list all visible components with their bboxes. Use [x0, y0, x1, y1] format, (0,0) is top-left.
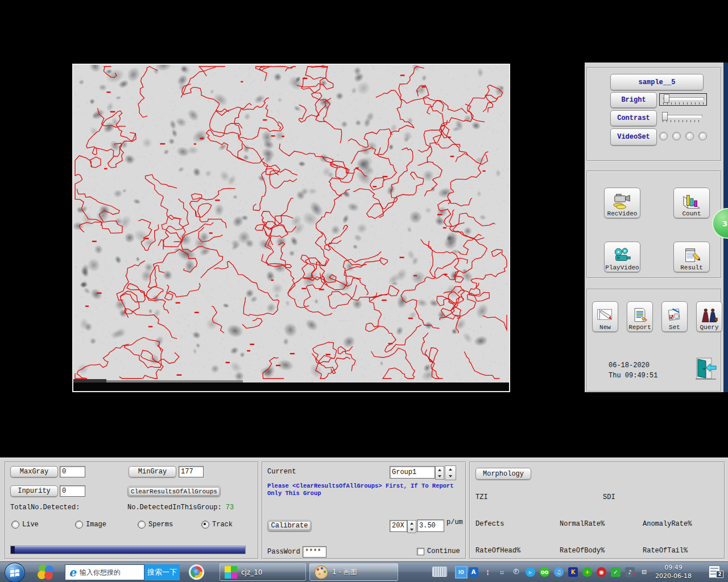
red-security-icon[interactable]: ◉ — [597, 567, 606, 577]
anomaly-rate-label: AnomalyRate% — [643, 520, 692, 528]
videoset-button[interactable]: VideoSet — [610, 128, 657, 146]
inpurity-button[interactable]: Inpurity — [10, 485, 58, 497]
spin-down-icon[interactable] — [436, 473, 444, 479]
stepper-down-icon[interactable] — [445, 473, 456, 480]
green-plus-icon[interactable]: + — [582, 567, 592, 577]
paint-palette-icon — [315, 566, 328, 579]
contrast-button[interactable]: Contrast — [610, 110, 657, 126]
exit-button[interactable] — [694, 357, 717, 383]
bar-chart-icon — [682, 193, 701, 210]
edge-icon: e — [69, 566, 76, 579]
notification-area[interactable]: 2 — [709, 566, 723, 578]
clear-results-button[interactable]: ClearResultsOfAllGroups — [127, 486, 221, 497]
system-tray: A¦▫Ⓕ▹oo♫K+◉✓♪✕⊡ — [469, 567, 649, 577]
start-button[interactable] — [5, 563, 25, 582]
notification-count-badge: 2 — [716, 571, 723, 578]
sdi-label: SDI — [603, 493, 615, 501]
bright-button[interactable]: Bright — [610, 92, 657, 108]
search-placeholder: 输入你想搜的 — [80, 568, 121, 577]
radio-track[interactable]: Track — [201, 521, 233, 529]
group-select-panel: Current Group1 Please <ClearResultsOfAll… — [262, 462, 466, 559]
contrast-slider[interactable] — [659, 111, 705, 123]
calibrate-button[interactable]: Calibrate — [267, 520, 312, 531]
continue-checkbox[interactable] — [417, 548, 424, 555]
ime-io-icon[interactable]: IO — [455, 566, 468, 579]
mingray-button[interactable]: MinGray — [129, 466, 176, 477]
spin-up-icon[interactable] — [436, 467, 444, 473]
maxgray-input[interactable] — [60, 466, 85, 477]
channel-radio-3[interactable] — [685, 132, 694, 140]
result-button[interactable]: Result — [673, 242, 710, 272]
device-sync-icon[interactable]: ▫ — [497, 567, 507, 577]
video-camera-icon — [613, 193, 632, 210]
analysis-panel: MaxGray MinGray Inpurity ClearResultsOfA… — [0, 458, 728, 562]
channel-radio-1[interactable] — [659, 132, 668, 140]
contrast-slider-thumb[interactable] — [662, 112, 668, 120]
group-select[interactable]: Group1 — [390, 466, 435, 479]
search-go-button[interactable]: 搜索一下 — [144, 564, 180, 580]
capture-group: RecVideo Count PlayVideo — [586, 171, 722, 278]
chrome-browser-icon[interactable] — [189, 564, 204, 580]
cjz-app-icon — [225, 566, 237, 579]
scale-unit-label: p/um — [446, 518, 463, 526]
defects-label: Defects — [475, 520, 504, 528]
new-button[interactable]: New — [592, 301, 618, 332]
group-detected-count: 73 — [226, 504, 234, 512]
thermometer-icon[interactable]: ¦ — [483, 567, 493, 577]
paper-plane-icon[interactable]: ▹ — [526, 567, 535, 577]
maxgray-button[interactable]: MaxGray — [10, 466, 58, 477]
wechat-icon[interactable]: oo — [540, 567, 549, 577]
inpurity-input[interactable] — [60, 485, 85, 497]
mag-spin-down-icon[interactable] — [408, 527, 416, 533]
tools-group: New Report Set — [586, 289, 722, 392]
task-button-paint[interactable]: 1 - 画图 — [309, 563, 398, 581]
continue-checkbox-row[interactable]: Continue — [417, 547, 460, 555]
date-label: 06-18-2020 — [609, 361, 650, 369]
control-panel: sample__5 Bright Contrast VideoSet — [585, 63, 723, 392]
bright-slider-thumb[interactable] — [664, 94, 669, 103]
playvideo-button[interactable]: PlayVideo — [604, 242, 640, 272]
taskbar-search-input[interactable]: e 输入你想搜的 — [65, 564, 144, 580]
mag-spin-up-icon[interactable] — [408, 521, 416, 527]
music-app-icon[interactable]: ♫ — [554, 567, 564, 577]
radio-live[interactable]: Live — [11, 521, 39, 529]
volume-muted-icon[interactable]: ♪✕ — [625, 567, 635, 577]
report-button[interactable]: Report — [627, 301, 653, 332]
taskbar: e 输入你想搜的 搜索一下 cjz_10 1 - 画图 IO A¦▫Ⓕ▹oo♫K… — [0, 562, 728, 582]
ime-a-icon[interactable]: A — [469, 567, 478, 577]
group-spinner[interactable] — [435, 466, 444, 480]
morphology-panel: Morphology TZI SDI Defects NormalRate% A… — [469, 462, 725, 559]
count-button[interactable]: Count — [673, 188, 710, 218]
rate-of-head-label: RateOfHead% — [475, 547, 520, 555]
channel-radio-2[interactable] — [672, 132, 681, 140]
radio-sperms[interactable]: Sperms — [138, 521, 173, 529]
scale-input[interactable] — [417, 519, 444, 532]
morphology-button[interactable]: Morphology — [475, 468, 531, 480]
kbd-lightning-icon[interactable]: K — [568, 567, 578, 577]
bright-slider[interactable] — [659, 93, 707, 106]
touch-keyboard-icon[interactable] — [432, 567, 447, 577]
sample-button[interactable]: sample__5 — [610, 74, 704, 90]
sperm-track-image — [73, 65, 509, 391]
people-query-icon — [700, 307, 718, 324]
clock-time: 09:49 — [647, 563, 700, 572]
shield-icon[interactable]: ✓ — [611, 567, 621, 577]
circled-f-icon[interactable]: Ⓕ — [511, 567, 521, 577]
set-button[interactable]: Set — [661, 301, 688, 332]
browser-360-icon[interactable] — [38, 564, 55, 580]
radio-image[interactable]: Image — [75, 521, 106, 529]
magnification-spinner[interactable] — [407, 520, 416, 533]
magnification-field[interactable]: 20X — [390, 520, 407, 532]
channel-radio-4[interactable] — [698, 132, 707, 140]
group-stepper[interactable] — [445, 465, 456, 480]
task-button-cjz10[interactable]: cjz_10 — [220, 563, 306, 581]
videoset-channel-radios — [659, 132, 707, 140]
recvideo-button[interactable]: RecVideo — [604, 188, 640, 218]
password-input[interactable] — [303, 546, 326, 558]
stepper-up-icon[interactable] — [445, 466, 456, 473]
taskbar-clock[interactable]: 09:49 2020-06-18 — [647, 563, 700, 581]
group-detected-row: No.DetectedInThisGroup: 73 — [127, 504, 234, 512]
query-button[interactable]: Query — [696, 301, 722, 332]
mingray-input[interactable] — [179, 466, 204, 477]
total-detected-label: TotalNo.Detected: — [10, 504, 80, 512]
